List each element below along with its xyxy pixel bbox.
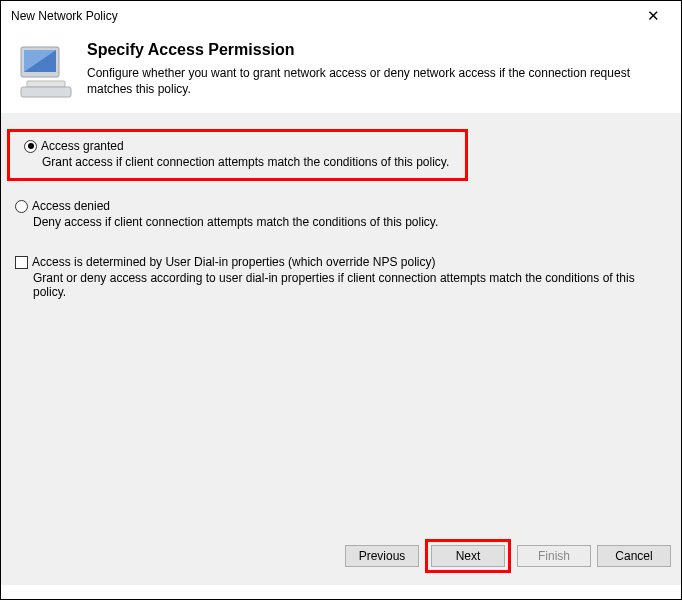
- next-button[interactable]: Next: [431, 545, 505, 567]
- monitor-icon: [15, 41, 73, 99]
- highlight-access-granted: Access granted Grant access if client co…: [7, 129, 468, 181]
- cancel-button[interactable]: Cancel: [597, 545, 671, 567]
- radio-icon: [15, 200, 28, 213]
- radio-label: Access denied: [32, 199, 110, 213]
- titlebar: New Network Policy ✕: [1, 1, 681, 31]
- option-desc-dialin: Grant or deny access according to user d…: [33, 271, 669, 299]
- option-desc-granted: Grant access if client connection attemp…: [42, 155, 449, 169]
- svg-rect-3: [21, 87, 71, 97]
- highlight-next-button: Next: [425, 539, 511, 573]
- close-button[interactable]: ✕: [633, 2, 673, 30]
- checkbox-dialin[interactable]: Access is determined by User Dial-in pro…: [15, 255, 669, 269]
- wizard-header: Specify Access Permission Configure whet…: [1, 31, 681, 113]
- checkbox-icon: [15, 256, 28, 269]
- wizard-buttons: Previous Next Finish Cancel: [345, 539, 671, 573]
- page-description: Configure whether you want to grant netw…: [87, 65, 667, 97]
- close-icon: ✕: [647, 7, 660, 25]
- checkbox-label: Access is determined by User Dial-in pro…: [32, 255, 435, 269]
- radio-icon: [24, 140, 37, 153]
- page-title: Specify Access Permission: [87, 41, 667, 59]
- finish-button: Finish: [517, 545, 591, 567]
- previous-button[interactable]: Previous: [345, 545, 419, 567]
- svg-rect-2: [27, 81, 65, 87]
- radio-label: Access granted: [41, 139, 124, 153]
- content-area: Access granted Grant access if client co…: [1, 113, 681, 585]
- option-desc-denied: Deny access if client connection attempt…: [33, 215, 669, 229]
- radio-access-granted[interactable]: Access granted: [24, 139, 449, 153]
- window-title: New Network Policy: [11, 9, 118, 23]
- radio-access-denied[interactable]: Access denied: [15, 199, 669, 213]
